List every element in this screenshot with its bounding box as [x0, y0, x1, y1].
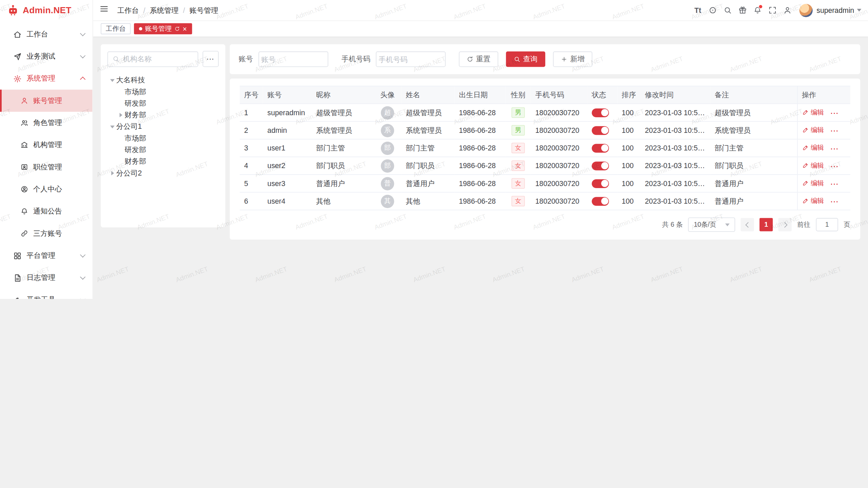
tree-node[interactable]: 财务部: [107, 156, 219, 167]
accounts-table: 序号账号昵称头像姓名出生日期性别手机号码状态排序修改时间备注操作 1supera…: [240, 86, 850, 210]
sidebar-item-dev-tools[interactable]: 开发工具: [0, 289, 93, 299]
breadcrumb-item[interactable]: 账号管理: [190, 5, 218, 15]
phone-input[interactable]: [376, 55, 445, 63]
gift-button[interactable]: [735, 3, 750, 18]
cell-nickname: 普通用户: [312, 175, 374, 192]
edit-button[interactable]: 编辑: [802, 108, 824, 117]
menu-toggle-button[interactable]: [100, 4, 112, 16]
close-icon[interactable]: ×: [183, 25, 187, 32]
username[interactable]: superadmin: [816, 6, 854, 14]
next-page-button[interactable]: [778, 218, 792, 231]
caret-right-icon[interactable]: [117, 113, 124, 117]
edit-button[interactable]: 编辑: [802, 179, 824, 188]
cell-nickname: 部门主管: [312, 139, 374, 157]
tree-node[interactable]: 财务部: [107, 109, 219, 121]
user-button[interactable]: [780, 3, 795, 18]
cell-remark: 部门主管: [710, 139, 797, 157]
edit-button[interactable]: 编辑: [802, 196, 824, 206]
tab-account-manage[interactable]: 账号管理×: [134, 23, 192, 35]
sidebar-item-third-account[interactable]: 三方账号: [0, 222, 93, 244]
search-button[interactable]: [720, 3, 735, 18]
cell-remark: 超级管理员: [710, 104, 797, 121]
tree-node[interactable]: 分公司1: [107, 121, 219, 132]
goto-page-input[interactable]: [816, 218, 838, 231]
tree-node[interactable]: 市场部: [107, 132, 219, 144]
tree-node[interactable]: 研发部: [107, 144, 219, 155]
cell-actions: 编辑···: [797, 175, 850, 192]
account-input[interactable]: [259, 55, 328, 63]
sidebar-item-system-manage[interactable]: 系统管理: [0, 67, 93, 89]
tab-label: 工作台: [106, 24, 126, 34]
add-button[interactable]: 新增: [553, 52, 592, 67]
edit-button[interactable]: 编辑: [802, 143, 824, 152]
status-toggle[interactable]: [592, 126, 609, 135]
record-button[interactable]: [705, 3, 720, 18]
caret-down-icon[interactable]: [108, 123, 116, 130]
tree-node[interactable]: 市场部: [107, 86, 219, 97]
caret-down-icon[interactable]: [108, 76, 116, 84]
tab-refresh-icon[interactable]: [174, 26, 180, 32]
logo[interactable]: Admin.NET: [0, 0, 93, 20]
edit-button[interactable]: 编辑: [802, 125, 824, 135]
notice-icon: [20, 207, 28, 215]
status-toggle[interactable]: [592, 144, 609, 152]
sidebar-item-platform-manage[interactable]: 平台管理: [0, 245, 93, 267]
cell-sort: 100: [617, 192, 640, 210]
search-button[interactable]: 查询: [506, 52, 545, 67]
more-actions-button[interactable]: ···: [831, 145, 839, 153]
sidebar-item-label: 角色管理: [33, 118, 62, 128]
sidebar-item-log-manage[interactable]: 日志管理: [0, 267, 93, 289]
caret-right-icon[interactable]: [108, 171, 116, 175]
sidebar-item-account-manage[interactable]: 账号管理: [0, 89, 93, 111]
tree-node-label: 财务部: [124, 156, 146, 166]
tree-node[interactable]: 大名科技: [107, 74, 219, 86]
cell-sort: 100: [617, 104, 640, 121]
edit-label: 编辑: [811, 125, 824, 135]
org-tree: 大名科技市场部研发部财务部分公司1市场部研发部财务部分公司2: [107, 74, 219, 179]
more-actions-button[interactable]: ···: [831, 163, 839, 170]
breadcrumb-item[interactable]: 工作台: [117, 5, 139, 15]
row-avatar: 部: [381, 159, 394, 172]
cell-phone: 18020030720: [531, 175, 588, 192]
sidebar-item-personal-center[interactable]: 个人中心: [0, 178, 93, 200]
sidebar-item-org-manage[interactable]: 机构管理: [0, 134, 93, 156]
sidebar-item-label: 开发工具: [26, 295, 81, 299]
sidebar-item-notice[interactable]: 通知公告: [0, 200, 93, 222]
tab-workbench[interactable]: 工作台: [101, 23, 131, 35]
tree-node[interactable]: 研发部: [107, 97, 219, 109]
reset-label: 重置: [476, 54, 490, 64]
sidebar-item-role-manage[interactable]: 角色管理: [0, 112, 93, 134]
org-more-button[interactable]: ···: [203, 51, 219, 67]
edit-button[interactable]: 编辑: [802, 161, 824, 170]
text-size-button[interactable]: Tt: [690, 3, 705, 18]
status-toggle[interactable]: [592, 197, 609, 206]
more-actions-button[interactable]: ···: [831, 198, 839, 206]
page-size-select[interactable]: 10条/页: [688, 218, 735, 232]
sidebar-item-position-manage[interactable]: 职位管理: [0, 156, 93, 178]
sidebar-item-business-test[interactable]: 业务测试: [0, 45, 93, 67]
more-actions-button[interactable]: ···: [831, 110, 839, 118]
breadcrumb-item[interactable]: 系统管理: [150, 5, 179, 15]
status-toggle[interactable]: [592, 161, 609, 170]
cell-birthdate: 1986-06-28: [454, 192, 505, 210]
avatar[interactable]: [800, 4, 813, 17]
org-search-input[interactable]: [121, 55, 198, 63]
status-toggle[interactable]: [592, 108, 609, 117]
page-1-button[interactable]: 1: [760, 218, 773, 231]
bell-button[interactable]: [750, 3, 765, 18]
tree-node[interactable]: 分公司2: [107, 167, 219, 179]
table-row: 4user2部门职员部部门职员1986-06-28女18020030720100…: [240, 157, 850, 175]
prev-page-button[interactable]: [741, 218, 754, 231]
org-search-field: [107, 51, 198, 67]
phone-query-item: 手机号码: [341, 52, 446, 67]
column-header: 头像: [374, 86, 401, 104]
status-toggle[interactable]: [592, 179, 609, 188]
sidebar-item-workbench[interactable]: 工作台: [0, 23, 93, 45]
fullscreen-button[interactable]: [765, 3, 780, 18]
reset-button[interactable]: 重置: [459, 52, 498, 67]
cell-sort: 100: [617, 139, 640, 157]
more-actions-button[interactable]: ···: [831, 127, 839, 135]
text-size-icon: Tt: [694, 6, 701, 14]
cell-account: user2: [263, 157, 312, 175]
more-actions-button[interactable]: ···: [831, 181, 839, 188]
